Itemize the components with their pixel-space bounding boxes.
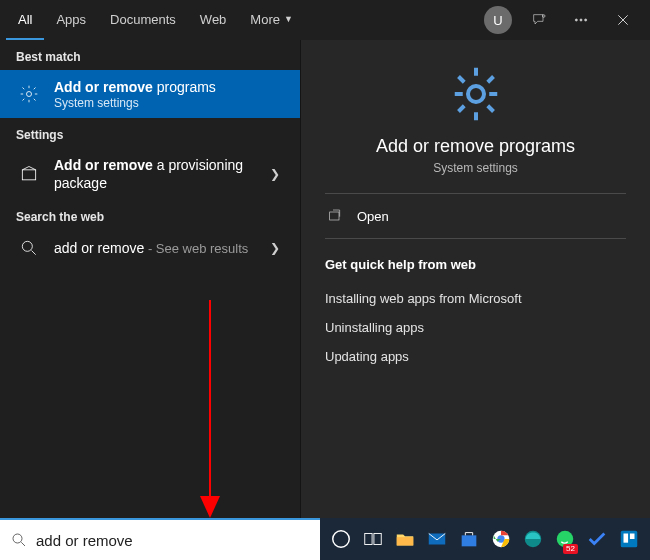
tabs-bar: All Apps Documents Web More ▼ U [0, 0, 650, 40]
task-view-icon[interactable] [358, 522, 388, 556]
gear-icon [325, 64, 626, 124]
open-label: Open [357, 209, 389, 224]
preview-title: Add or remove programs [325, 136, 626, 157]
preview-pane: Add or remove programs System settings O… [300, 40, 650, 518]
close-icon [615, 12, 631, 28]
result-title: add or remove - See web results [54, 239, 266, 258]
quickhelp-item[interactable]: Uninstalling apps [325, 313, 626, 342]
tab-documents[interactable]: Documents [98, 0, 188, 40]
more-options-button[interactable] [560, 0, 602, 40]
cortana-icon[interactable] [326, 522, 356, 556]
svg-point-9 [13, 534, 22, 543]
ellipsis-icon [573, 12, 589, 28]
search-icon [10, 531, 28, 549]
section-search-web: Search the web [0, 200, 300, 230]
tab-web[interactable]: Web [188, 0, 239, 40]
file-explorer-icon[interactable] [390, 522, 420, 556]
user-avatar[interactable]: U [484, 6, 512, 34]
svg-point-10 [333, 531, 350, 548]
open-action[interactable]: Open [325, 194, 626, 238]
quickhelp-heading: Get quick help from web [325, 257, 626, 272]
svg-point-7 [468, 86, 484, 102]
svg-rect-15 [462, 535, 477, 546]
chevron-right-icon: ❯ [266, 241, 284, 255]
svg-point-3 [585, 19, 587, 21]
store-icon[interactable] [454, 522, 484, 556]
close-button[interactable] [602, 0, 644, 40]
whatsapp-icon[interactable]: 52 [550, 522, 580, 556]
quickhelp-item[interactable]: Installing web apps from Microsoft [325, 284, 626, 313]
search-flyout: All Apps Documents Web More ▼ U Best mat… [0, 0, 650, 518]
mail-icon[interactable] [422, 522, 452, 556]
chrome-icon[interactable] [486, 522, 516, 556]
result-settings-provisioning[interactable]: Add or remove a provisioning package ❯ [0, 148, 300, 200]
svg-rect-11 [365, 534, 372, 545]
svg-rect-20 [621, 531, 638, 548]
chevron-down-icon: ▼ [284, 14, 293, 24]
svg-rect-8 [330, 212, 339, 220]
section-settings: Settings [0, 118, 300, 148]
result-title: Add or remove programs [54, 78, 284, 96]
chevron-right-icon: ❯ [266, 167, 284, 181]
taskbar: 52 [320, 518, 650, 560]
search-input[interactable] [36, 532, 310, 549]
todo-icon[interactable] [582, 522, 612, 556]
svg-rect-21 [624, 534, 629, 543]
tab-more[interactable]: More ▼ [238, 0, 305, 40]
edge-icon[interactable] [518, 522, 548, 556]
open-icon [327, 208, 343, 224]
svg-rect-13 [397, 537, 414, 545]
tab-all[interactable]: All [6, 0, 44, 40]
search-icon [16, 238, 42, 258]
svg-rect-12 [374, 534, 381, 545]
svg-rect-5 [22, 170, 35, 180]
trello-icon[interactable] [614, 522, 644, 556]
tab-more-label: More [250, 12, 280, 27]
svg-point-2 [580, 19, 582, 21]
preview-subtitle: System settings [325, 161, 626, 175]
notification-badge: 52 [563, 544, 578, 554]
gear-icon [16, 84, 42, 104]
svg-point-6 [22, 241, 32, 251]
search-bar[interactable] [0, 518, 320, 560]
svg-point-1 [575, 19, 577, 21]
svg-point-4 [27, 92, 32, 97]
divider [325, 238, 626, 239]
tab-apps[interactable]: Apps [44, 0, 98, 40]
section-best-match: Best match [0, 40, 300, 70]
quickhelp-item[interactable]: Updating apps [325, 342, 626, 371]
feedback-icon [531, 12, 547, 28]
feedback-button[interactable] [518, 0, 560, 40]
result-web-search[interactable]: add or remove - See web results ❯ [0, 230, 300, 266]
package-icon [16, 164, 42, 184]
results-pane: Best match Add or remove programs System… [0, 40, 300, 518]
result-best-match[interactable]: Add or remove programs System settings [0, 70, 300, 118]
result-title: Add or remove a provisioning package [54, 156, 266, 192]
svg-rect-22 [630, 534, 635, 540]
result-subtitle: System settings [54, 96, 284, 110]
